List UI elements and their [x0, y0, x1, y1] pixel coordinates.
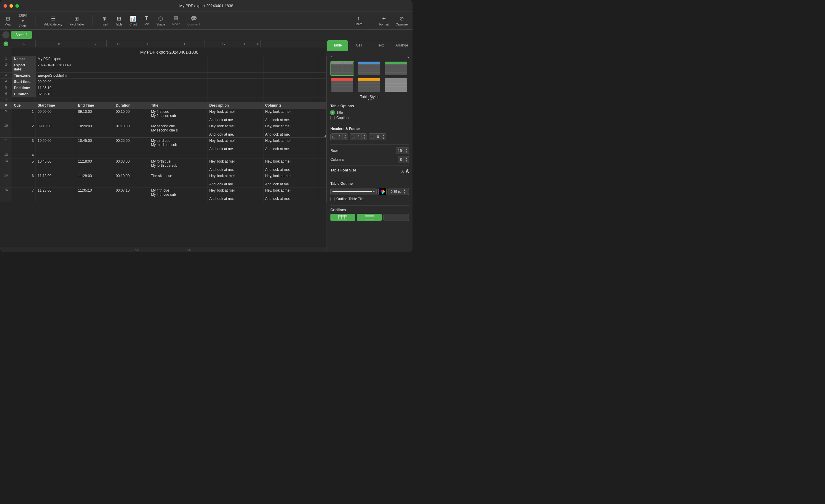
toolbar-table[interactable]: ⊞ Table [115, 15, 123, 26]
toolbar-comment[interactable]: 💬 Comment [187, 15, 200, 26]
header-rows-up[interactable]: ▲ [343, 134, 348, 137]
rows-stepper[interactable]: 15 ▲ ▼ [396, 147, 409, 154]
header-cols-down[interactable]: ▼ [362, 137, 367, 140]
outline-title: Table Outline [330, 181, 409, 186]
outline-pt-down[interactable]: ▼ [402, 191, 407, 194]
col-header-b: B [35, 40, 83, 47]
header-cols-btns[interactable]: ▲ ▼ [362, 134, 367, 140]
toolbar-organize[interactable]: ⊙ Organize [396, 15, 408, 26]
prev-styles-button[interactable]: ‹ [330, 55, 332, 60]
font-size-increase[interactable]: A [405, 169, 409, 174]
col-resize-handle-left[interactable]: ◁▷ [135, 248, 140, 251]
gridlines-btn-3[interactable] [383, 214, 409, 221]
outline-pt-up[interactable]: ▲ [402, 189, 407, 191]
toolbar-text[interactable]: T Text [144, 15, 149, 26]
table-row: 4 Start time: 09:00:00 [0, 79, 326, 85]
columns-btns[interactable]: ▲ ▼ [403, 157, 408, 163]
header-cols-up[interactable]: ▲ [362, 134, 367, 137]
zoom-fullscreen-button[interactable] [15, 4, 19, 8]
table-style-6[interactable] [384, 78, 408, 92]
outline-style-select[interactable]: ▾ [330, 188, 377, 195]
outline-pt-stepper[interactable]: 0,35 pt ▲ ▼ [388, 188, 409, 195]
close-button[interactable] [4, 4, 7, 8]
export-date-label: Export date: [12, 62, 36, 73]
table-container[interactable]: My PDF export-20240401-1838 1 Name: My P… [0, 48, 326, 247]
table-style-5[interactable] [357, 78, 381, 92]
header-rows-down[interactable]: ▼ [343, 137, 348, 140]
col-resize-handle-right[interactable]: ◁▷ [187, 248, 192, 251]
tab-table[interactable]: Table [327, 40, 348, 51]
comment-icon: 💬 [191, 15, 197, 22]
tab-arrange[interactable]: Arrange [391, 40, 412, 51]
title-checkbox[interactable]: ✓ [330, 110, 334, 114]
add-sheet-button[interactable]: + [2, 31, 9, 38]
end-time-value[interactable]: 11:35:10 [36, 85, 149, 91]
tab-text[interactable]: Text [370, 40, 391, 51]
outline-title-checkbox[interactable] [330, 197, 334, 201]
col-header-h: H ⏸ [243, 40, 261, 47]
timezone-value[interactable]: Europe/Stockholm [36, 73, 149, 79]
toolbar-format[interactable]: ✦ Format [379, 15, 389, 26]
zoom-value: 125% [18, 14, 27, 18]
columns-up[interactable]: ▲ [404, 157, 408, 160]
rows-btns[interactable]: ▲ ▼ [403, 148, 408, 154]
gridlines-btn-2[interactable] [357, 214, 382, 221]
header-cols-stepper[interactable]: ⊟ 1 ▲ ▼ [350, 133, 367, 140]
table-title: My PDF export-20240401-1838 [12, 48, 326, 56]
table-styles-label: Table Styles [330, 95, 409, 99]
footer-rows-down[interactable]: ▼ [381, 137, 386, 140]
minimize-button[interactable] [9, 4, 13, 8]
footer-rows-btns[interactable]: ▲ ▼ [381, 134, 386, 140]
outline-color-swatch[interactable] [378, 188, 387, 195]
toolbar-share[interactable]: ↑ Share [355, 15, 362, 26]
col-header-g: G [205, 40, 243, 47]
toolbar-chart[interactable]: 📊 Chart [130, 15, 137, 26]
font-size-section: Table Font Size A A [330, 168, 409, 175]
footer-rows-up[interactable]: ▲ [381, 134, 386, 137]
table-style-4[interactable] [330, 78, 354, 92]
divider [92, 15, 92, 27]
toolbar-pivot-table[interactable]: ⊞ Pivot Table [69, 15, 84, 26]
duration-value[interactable]: 02:35:10 [36, 91, 149, 97]
columns-down[interactable]: ▼ [404, 160, 408, 163]
freeze-rows-icon[interactable]: ○ [4, 41, 8, 46]
caption-checkbox[interactable] [330, 116, 334, 120]
toolbar-view[interactable]: ⊟ View [5, 15, 11, 26]
sheet-tab-1[interactable]: Sheet 1 [11, 31, 32, 39]
table-style-2[interactable] [357, 61, 381, 76]
toolbar-media[interactable]: 🖼 Media [172, 15, 180, 26]
outline-pt-btns[interactable]: ▲ ▼ [402, 189, 407, 194]
toolbar-zoom[interactable]: 125% ▾ Zoom [18, 14, 27, 27]
table-style-3[interactable] [384, 61, 408, 76]
font-size-decrease[interactable]: A [401, 169, 403, 174]
cols-icon: ⊟ [350, 135, 356, 139]
header-rows-stepper[interactable]: ⊞ 1 ▲ ▼ [330, 133, 348, 140]
headers-footer-controls: ⊞ 1 ▲ ▼ ⊟ 1 ▲ ▼ [330, 133, 409, 140]
gridlines-btn-1[interactable] [330, 214, 355, 221]
footer-rows-stepper[interactable]: ⊞ 0 ▲ ▼ [369, 133, 386, 140]
table-style-1[interactable] [330, 61, 354, 76]
share-icon: ↑ [357, 15, 360, 22]
freeze-cols-icon[interactable]: ⏸ [256, 42, 259, 46]
columns-stepper[interactable]: 8 ▲ ▼ [398, 156, 409, 163]
toolbar-insert[interactable]: ⊕ Insert [101, 15, 108, 26]
toolbar-shape[interactable]: ⬡ Shape [156, 15, 165, 26]
next-styles-button[interactable]: › [407, 55, 409, 60]
name-value[interactable]: My PDF export [36, 56, 149, 62]
dot-2[interactable] [370, 99, 372, 100]
insert-icon: ⊕ [102, 15, 107, 22]
export-date-value[interactable]: 2024-04-01 18:38:49 [36, 62, 149, 73]
col-header-c: C [83, 40, 107, 47]
checkmark-icon: ✓ [331, 111, 334, 114]
col-starttime-header: Start Time [36, 102, 76, 109]
toolbar-add-category[interactable]: ☰ Add Category [44, 15, 62, 26]
rows-up[interactable]: ▲ [404, 148, 408, 151]
tab-cell[interactable]: Cell [348, 40, 370, 51]
table-row: 9 1 09:00:00 09:10:00 00:10:00 My first … [0, 109, 326, 123]
start-time-value[interactable]: 09:00:00 [36, 79, 149, 85]
header-rows-btns[interactable]: ▲ ▼ [343, 134, 348, 140]
col-endtime-header: End Time [76, 102, 114, 109]
rows-value: 15 [396, 149, 403, 153]
dot-1[interactable] [368, 99, 369, 100]
rows-down[interactable]: ▼ [404, 151, 408, 154]
